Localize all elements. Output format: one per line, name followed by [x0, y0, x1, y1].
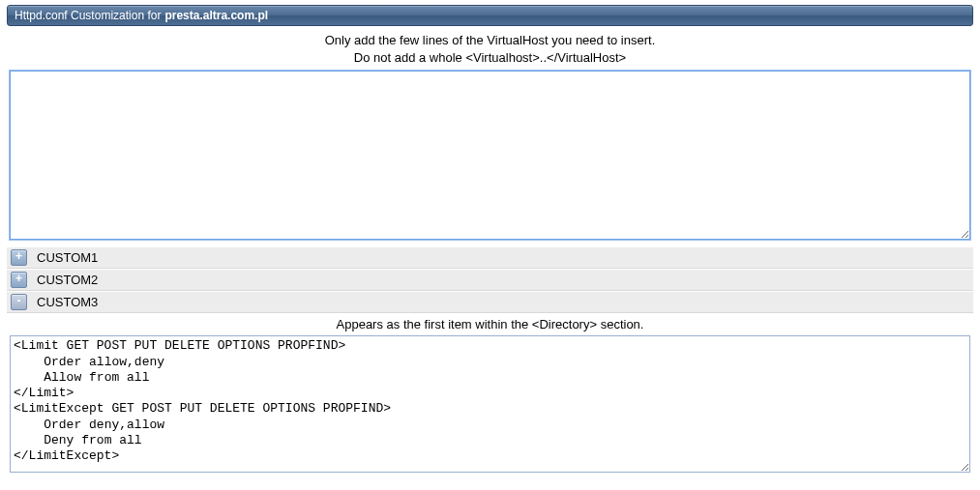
instruction-line-1: Only add the few lines of the VirtualHos…: [7, 32, 973, 49]
title-bar: Httpd.conf Customization for presta.altr…: [7, 5, 973, 26]
section-row-custom1: + CUSTOM1: [7, 246, 973, 269]
instruction-block: Only add the few lines of the VirtualHos…: [7, 26, 973, 69]
page-root: Httpd.conf Customization for presta.altr…: [0, 0, 980, 488]
custom3-textarea[interactable]: [10, 335, 970, 473]
top-textarea-wrap: [7, 69, 973, 246]
section-label-custom1: CUSTOM1: [37, 250, 98, 265]
section-label-custom3: CUSTOM3: [37, 295, 98, 309]
collapse-toggle-custom3[interactable]: -: [11, 294, 27, 310]
instruction-line-2: Do not add a whole <Virtualhost>..</Virt…: [7, 49, 973, 67]
section-row-custom3: - CUSTOM3: [7, 291, 973, 313]
title-host: presta.altra.com.pl: [164, 9, 268, 22]
section-label-custom2: CUSTOM2: [37, 273, 98, 287]
virtualhost-textarea[interactable]: [10, 71, 970, 240]
spacer: [7, 479, 973, 483]
expand-toggle-custom2[interactable]: +: [11, 272, 27, 288]
custom3-textarea-wrap: [7, 333, 973, 479]
section-row-custom2: + CUSTOM2: [7, 269, 973, 291]
title-prefix: Httpd.conf Customization for: [15, 9, 161, 22]
expand-toggle-custom1[interactable]: +: [11, 249, 27, 266]
section-description-custom3: Appears as the first item within the <Di…: [7, 313, 973, 333]
